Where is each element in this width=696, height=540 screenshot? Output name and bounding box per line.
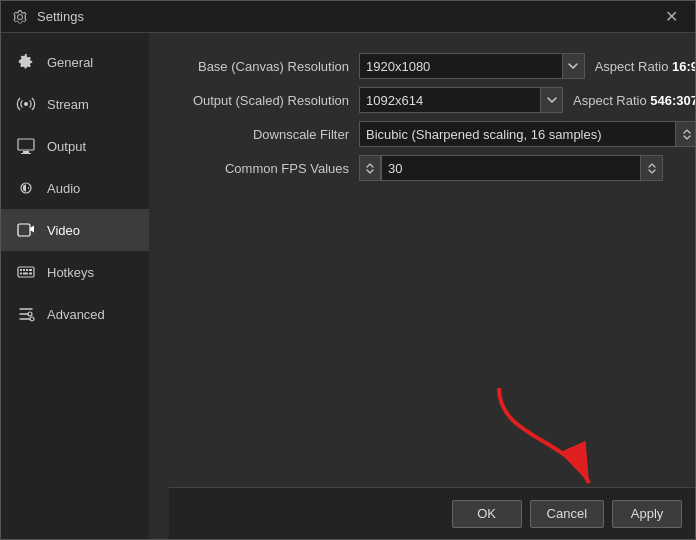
titlebar-icon (11, 8, 29, 26)
sidebar-item-hotkeys[interactable]: Hotkeys (1, 251, 149, 293)
sidebar-label-output: Output (47, 139, 86, 154)
output-resolution-label: Output (Scaled) Resolution (169, 93, 359, 108)
main-content: General Stream (1, 33, 695, 539)
common-fps-label: Common FPS Values (169, 161, 359, 176)
sidebar-item-audio[interactable]: Audio (1, 167, 149, 209)
downscale-filter-arrows[interactable] (676, 121, 695, 147)
sidebar-item-general[interactable]: General (1, 41, 149, 83)
base-resolution-dropdown[interactable] (563, 53, 585, 79)
cancel-button[interactable]: Cancel (530, 500, 604, 528)
ok-button[interactable]: OK (452, 500, 522, 528)
apply-button[interactable]: Apply (612, 500, 682, 528)
sidebar: General Stream (1, 33, 149, 539)
audio-icon (15, 177, 37, 199)
svg-rect-14 (23, 273, 28, 275)
sidebar-label-general: General (47, 55, 93, 70)
svg-rect-2 (18, 139, 34, 150)
sidebar-label-video: Video (47, 223, 80, 238)
svg-rect-4 (21, 153, 31, 154)
output-aspect-ratio: Aspect Ratio 546:307 (573, 93, 695, 108)
base-resolution-input[interactable] (359, 53, 563, 79)
sidebar-label-audio: Audio (47, 181, 80, 196)
svg-rect-8 (18, 267, 34, 277)
general-icon (15, 51, 37, 73)
downscale-filter-select-group: Bicubic (Sharpened scaling, 16 samples) (359, 121, 695, 147)
titlebar: Settings ✕ (1, 1, 695, 33)
downscale-filter-label: Downscale Filter (169, 127, 359, 142)
output-resolution-input-group: Aspect Ratio 546:307 (359, 87, 695, 113)
svg-rect-3 (23, 151, 29, 153)
settings-window: Settings ✕ General (0, 0, 696, 540)
sidebar-item-stream[interactable]: Stream (1, 83, 149, 125)
base-aspect-ratio: Aspect Ratio 16:9 (595, 59, 695, 74)
base-resolution-input-group: Aspect Ratio 16:9 (359, 53, 695, 79)
svg-rect-10 (23, 269, 25, 271)
base-resolution-label: Base (Canvas) Resolution (169, 59, 359, 74)
sidebar-label-stream: Stream (47, 97, 89, 112)
fps-dropdown-btn[interactable] (641, 155, 663, 181)
hotkeys-icon (15, 261, 37, 283)
advanced-icon (15, 303, 37, 325)
svg-rect-13 (20, 273, 22, 275)
stream-icon (15, 93, 37, 115)
fps-select[interactable]: 30 (381, 155, 641, 181)
svg-rect-12 (29, 269, 32, 271)
sidebar-label-hotkeys: Hotkeys (47, 265, 94, 280)
output-resolution-input[interactable] (359, 87, 541, 113)
svg-rect-7 (18, 224, 30, 236)
close-button[interactable]: ✕ (657, 3, 685, 31)
svg-rect-15 (29, 273, 32, 275)
fps-stepper[interactable] (359, 155, 381, 181)
sidebar-item-video[interactable]: Video (1, 209, 149, 251)
sidebar-item-advanced[interactable]: Advanced (1, 293, 149, 335)
sidebar-item-output[interactable]: Output (1, 125, 149, 167)
base-resolution-row: Base (Canvas) Resolution Aspect Ratio 16… (169, 53, 695, 79)
sidebar-label-advanced: Advanced (47, 307, 105, 322)
svg-rect-11 (26, 269, 28, 271)
video-icon (15, 219, 37, 241)
form-area: Base (Canvas) Resolution Aspect Ratio 16… (169, 53, 695, 487)
svg-rect-9 (20, 269, 22, 271)
output-icon (15, 135, 37, 157)
downscale-filter-select[interactable]: Bicubic (Sharpened scaling, 16 samples) (359, 121, 676, 147)
svg-point-1 (24, 102, 28, 106)
footer: OK Cancel Apply (169, 487, 695, 539)
output-resolution-dropdown[interactable] (541, 87, 563, 113)
main-panel: Base (Canvas) Resolution Aspect Ratio 16… (149, 33, 695, 539)
svg-rect-6 (28, 187, 29, 189)
common-fps-row: Common FPS Values 30 (169, 155, 695, 181)
fps-input-group: 30 (359, 155, 663, 181)
output-resolution-row: Output (Scaled) Resolution Aspect Ratio … (169, 87, 695, 113)
titlebar-title: Settings (37, 9, 657, 24)
downscale-filter-row: Downscale Filter Bicubic (Sharpened scal… (169, 121, 695, 147)
